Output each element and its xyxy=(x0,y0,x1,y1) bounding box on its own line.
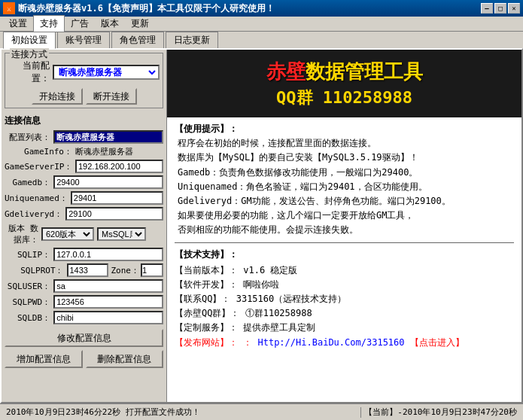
status-bar: 2010年10月9日23时46分22秒 打开配置文件成功！ 【当前】-2010年… xyxy=(0,403,523,420)
website-label: 【发布网站】： xyxy=(175,337,238,348)
chibi-qq-label: 【赤壁QQ群】： xyxy=(175,308,239,318)
menu-version[interactable]: 版本 xyxy=(95,16,125,32)
app-icon: ⚔ xyxy=(3,2,15,14)
tab-role-management[interactable]: 角色管理 xyxy=(111,32,164,48)
status-left: 2010年10月9日23时46分22秒 打开配置文件成功！ xyxy=(3,406,357,418)
add-delete-btn-row: 增加配置信息 删除配置信息 xyxy=(5,350,163,368)
sqldb-row: SQLDB： xyxy=(5,311,163,324)
tip7: 否则相应的功能不能使用。会提示连接失败。 xyxy=(178,223,514,237)
custom-line: 【定制服务】： 提供赤壁工具定制 xyxy=(175,321,514,335)
connection-info: 连接信息 配置列表： GameInfo： 断魂赤壁服务器 GameServerI… xyxy=(5,114,163,368)
software-dev-value: 啊啦你啦 xyxy=(243,279,279,290)
tab-log-update[interactable]: 日志更新 xyxy=(166,32,218,48)
contact-qq-value: 3315160（远程技术支持） xyxy=(236,294,347,304)
window-title: 断魂赤壁服务器v1.6【免责声明】本工具仅限于个人研究使用！ xyxy=(18,2,481,15)
version-db-label: 版本 数据库： xyxy=(5,223,38,245)
sqluser-row: SQLUSER： xyxy=(5,279,163,293)
conn-info-title: 连接信息 xyxy=(5,114,163,127)
modify-config-button[interactable]: 修改配置信息 xyxy=(5,329,163,347)
gamedb-input[interactable] xyxy=(53,175,163,189)
zone-label: Zone： xyxy=(111,265,140,276)
tips-title: 【使用提示】： xyxy=(175,122,514,136)
gdeliveryd-row: Gdeliveryd： xyxy=(5,207,163,221)
main-content: 连接方式 当前配置： 断魂赤壁服务器 开始连接 断开连接 连接信息 配置列表： … xyxy=(0,48,523,403)
menu-ads[interactable]: 广告 xyxy=(65,16,95,32)
tip5: Gdeliveryd：GM功能，发送公告、封停角色功能。端口为29100。 xyxy=(178,194,514,208)
website-line: 【发布网站】： ： Http://Hi.BaiDu.Com/3315160 【点… xyxy=(175,336,514,350)
gameinfo-label: GameInfo： xyxy=(5,146,72,157)
menu-bar: 设置 支持 广告 版本 更新 xyxy=(0,17,523,32)
gdeliveryd-input[interactable] xyxy=(65,207,163,221)
title-bar: ⚔ 断魂赤壁服务器v1.6【免责声明】本工具仅限于个人研究使用！ — □ ✕ xyxy=(0,0,523,17)
sqlprot-row: SQLPROT： Zone： xyxy=(5,263,163,277)
banner-title: 赤壁数据管理工具 xyxy=(266,59,423,85)
gameinfo-row: GameInfo： 断魂赤壁服务器 xyxy=(5,146,163,157)
sqluser-input[interactable] xyxy=(53,279,163,293)
menu-support[interactable]: 支持 xyxy=(33,15,65,32)
tab-bar: 初始设置 账号管理 角色管理 日志更新 xyxy=(0,32,523,48)
tip1: 程序会在初始的时候，连接配置里面的数据连接。 xyxy=(178,136,514,151)
sqldb-input[interactable] xyxy=(53,311,163,324)
config-list-row: 配置列表： xyxy=(5,130,163,144)
window-controls[interactable]: — □ ✕ xyxy=(481,3,520,14)
sqlpwd-label: SQLPWD： xyxy=(5,297,50,308)
menu-update[interactable]: 更新 xyxy=(125,16,155,32)
info-panel: 【使用提示】： 程序会在初始的时候，连接配置里面的数据连接。 数据库为【MySQ… xyxy=(167,117,521,402)
start-connect-button[interactable]: 开始连接 xyxy=(32,88,83,105)
connect-btn-row: 开始连接 断开连接 xyxy=(8,88,160,105)
add-config-button[interactable]: 增加配置信息 xyxy=(5,350,83,368)
sqlip-row: SQLIP： xyxy=(5,248,163,261)
sqlip-input[interactable] xyxy=(53,248,163,261)
sqluser-label: SQLUSER： xyxy=(5,281,50,292)
maximize-button[interactable]: □ xyxy=(494,3,506,14)
tab-account-management[interactable]: 账号管理 xyxy=(57,32,110,48)
custom-label: 【定制服务】： xyxy=(175,322,238,333)
banner-qq: QQ群 110258988 xyxy=(276,87,412,109)
uniquenamed-input[interactable] xyxy=(71,191,163,205)
sqlpwd-input[interactable] xyxy=(53,295,163,309)
website-colon: ： xyxy=(243,337,252,348)
website-link[interactable]: 【点击进入】 xyxy=(410,337,464,348)
tip6: 如果要使用必要的功能，这几个端口一定要开放给GM工具， xyxy=(178,208,514,223)
tab-initial-settings[interactable]: 初始设置 xyxy=(3,32,56,49)
banner-area: 赤壁数据管理工具 QQ群 110258988 xyxy=(167,50,521,117)
tip2: 数据库为【MySQL】的要自己安装【MySQL3.5.19驱动】！ xyxy=(178,151,514,165)
sqldb-label: SQLDB： xyxy=(5,312,50,324)
banner-title-part1: 赤壁 xyxy=(266,61,306,83)
divider xyxy=(175,242,514,243)
db-version-select[interactable]: 620版本 xyxy=(41,227,94,241)
zone-input[interactable] xyxy=(141,263,163,277)
sqlprot-label: SQLPROT： xyxy=(5,265,64,276)
config-list-input[interactable] xyxy=(53,130,163,144)
gamedb-row: Gamedb： xyxy=(5,175,163,189)
gameinfo-value: 断魂赤壁服务器 xyxy=(75,146,163,157)
contact-qq-line: 【联系QQ】： 3315160（远程技术支持） xyxy=(175,292,514,306)
uniquenamed-label: Uniquenamed： xyxy=(5,193,68,204)
current-config-label: 当前配置： xyxy=(8,59,50,85)
close-button[interactable]: ✕ xyxy=(508,3,520,14)
status-right: 【当前】-2010年10月9日23时47分20秒 xyxy=(364,406,520,418)
db-version-row: 版本 数据库： 620版本 MsSQL库 xyxy=(5,223,163,245)
tip3: Gamedb：负责角色数据修改功能使用，一般端口为29400。 xyxy=(178,166,514,180)
status-divider xyxy=(360,407,361,418)
db-type-select[interactable]: MsSQL库 xyxy=(97,227,146,241)
sqlprot-input[interactable] xyxy=(67,263,108,277)
menu-settings[interactable]: 设置 xyxy=(3,16,33,32)
delete-config-button[interactable]: 删除配置信息 xyxy=(86,350,164,368)
left-panel: 连接方式 当前配置： 断魂赤壁服务器 开始连接 断开连接 连接信息 配置列表： … xyxy=(2,50,167,402)
current-config-select[interactable]: 断魂赤壁服务器 xyxy=(53,65,160,80)
software-dev-label: 【软件开发】： xyxy=(175,279,238,290)
tips-section: 【使用提示】： 程序会在初始的时候，连接配置里面的数据连接。 数据库为【MySQ… xyxy=(175,122,514,238)
website-value: Http://Hi.BaiDu.Com/3315160 xyxy=(257,337,404,348)
current-version-line: 【当前版本】： v1.6 稳定版 xyxy=(175,263,514,278)
gameserverip-input[interactable] xyxy=(75,160,163,173)
uniquenamed-row: Uniquenamed： xyxy=(5,191,163,205)
disconnect-button[interactable]: 断开连接 xyxy=(86,88,137,105)
chibi-qq-value: ①群110258988 xyxy=(245,308,312,318)
tech-title: 【技术支持】： xyxy=(175,248,514,262)
minimize-button[interactable]: — xyxy=(481,3,493,14)
tech-section: 【技术支持】： 【当前版本】： v1.6 稳定版 【软件开发】： 啊啦你啦 【联… xyxy=(175,248,514,350)
connect-method-group: 连接方式 当前配置： 断魂赤壁服务器 开始连接 断开连接 xyxy=(5,53,163,108)
gamedb-label: Gamedb： xyxy=(5,177,50,188)
current-version-value: v1.6 稳定版 xyxy=(243,265,297,275)
